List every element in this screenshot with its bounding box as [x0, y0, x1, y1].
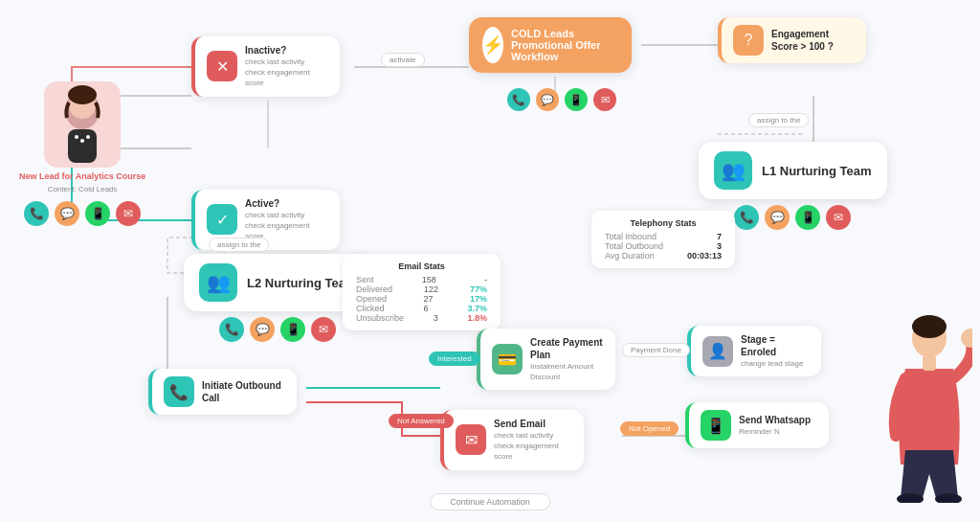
send-email-node: ✉ Send Email check last activity check e… — [440, 410, 584, 470]
active-sub1: check last activity — [245, 210, 328, 220]
call-title: Initiate Outbound Call — [202, 379, 285, 404]
lead-avatar — [44, 81, 121, 168]
continue-automation-label: Continue Automation — [430, 493, 550, 511]
active-title: Active? — [245, 197, 328, 210]
stat-opened: Opened 27 17% — [356, 294, 487, 304]
inactive-title: Inactive? — [245, 44, 328, 57]
stat-sent: Sent 158 - — [356, 275, 487, 284]
email-btn[interactable]: ✉ — [116, 201, 141, 226]
email-title: Send Email — [494, 418, 572, 430]
l1-team-icon: 👥 — [714, 151, 752, 190]
svg-point-4 — [75, 135, 78, 139]
activate-label: activate — [381, 53, 425, 67]
l2-msg[interactable]: 💬 — [250, 317, 275, 342]
inactive-icon: ✕ — [207, 51, 237, 81]
ch-phone[interactable]: 📞 — [507, 88, 530, 111]
email-sub2: check engagement score — [494, 441, 572, 462]
stat-outbound: Total Outbound 3 — [605, 241, 722, 251]
payment-sub1: Instalment Amount — [530, 361, 604, 372]
whatsapp-sub: Reminder N — [739, 426, 811, 437]
payment-sub2: Discount — [530, 372, 604, 382]
svg-rect-3 — [68, 129, 97, 163]
svg-point-8 — [912, 315, 947, 338]
l1-msg[interactable]: 💬 — [765, 205, 790, 230]
svg-point-2 — [68, 85, 97, 104]
whatsapp-btn[interactable]: 📱 — [85, 201, 110, 226]
stage-title: Stage = Enroled — [741, 333, 810, 358]
lead-card: New Lead for Analytics Course Content: C… — [19, 81, 145, 226]
l2-phone[interactable]: 📞 — [219, 317, 244, 342]
cold-workflow-title: COLD Leads Promotional Offer Workflow — [511, 28, 618, 62]
person-figure — [886, 311, 972, 503]
inactive-sub1: check last activity — [245, 57, 328, 67]
ch-msg[interactable]: 💬 — [536, 88, 559, 111]
active-icon: ✓ — [207, 204, 237, 235]
ch-email[interactable]: ✉ — [593, 88, 616, 111]
not-answered-label: Not Answered — [389, 414, 454, 428]
call-icon: 📞 — [164, 376, 194, 407]
stat-delivered: Delivered 122 77% — [356, 284, 487, 294]
engagement-title: Engagement Score > 100 ? — [771, 28, 855, 53]
payment-plan-node: 💳 Create Payment Plan Instalment Amount … — [477, 329, 615, 390]
whatsapp-title: Send Whatsapp — [739, 414, 811, 426]
stage-enroled-node: 👤 Stage = Enroled change lead stage — [687, 326, 821, 376]
email-sub1: check last activity — [494, 430, 572, 441]
stat-avgdur: Avg Duration 00:03:13 — [605, 251, 722, 261]
assign-top-label: assign to the — [748, 113, 809, 127]
l2-team-title: L2 Nurturing Team — [247, 276, 357, 290]
channel-icons: 📞 💬 📱 ✉ — [507, 88, 616, 111]
lead-sub: Content: Cold Leads — [48, 185, 118, 193]
not-opened-label: Not Opened — [620, 421, 679, 436]
inactive-node: ✕ Inactive? check last activity check en… — [191, 36, 340, 97]
l2-team-icon: 👥 — [199, 263, 237, 302]
stat-unsub: Unsubscribe 3 1.8% — [356, 313, 487, 323]
outbound-call-node: 📞 Initiate Outbound Call — [148, 369, 297, 415]
telephony-title: Telephony Stats — [605, 218, 722, 228]
payment-icon: 💳 — [492, 344, 523, 374]
telephony-stats: Telephony Stats Total Inbound 7 Total Ou… — [591, 211, 735, 268]
l1-whatsapp[interactable]: 📱 — [795, 205, 820, 230]
stat-clicked: Clicked 6 3.7% — [356, 304, 487, 313]
lead-actions: 📞 💬 📱 ✉ — [24, 201, 141, 226]
email-icon: ✉ — [456, 424, 486, 455]
l2-email[interactable]: ✉ — [311, 317, 336, 342]
l1-phone[interactable]: 📞 — [734, 205, 759, 230]
l1-team-title: L1 Nurturing Team — [762, 164, 872, 178]
inactive-sub2: check engagement score — [245, 67, 328, 88]
stage-icon: 👤 — [702, 336, 733, 367]
payment-done-label: Payment Done — [622, 343, 690, 357]
stage-sub: change lead stage — [741, 358, 810, 369]
stat-inbound: Total Inbound 7 — [605, 232, 722, 241]
cold-workflow-icon: ⚡ — [482, 27, 503, 63]
email-stats-title: Email Stats — [356, 261, 487, 271]
lead-name: New Lead for Analytics Course — [19, 171, 145, 181]
send-whatsapp-node: 📱 Send Whatsapp Reminder N — [685, 402, 829, 448]
interested-label: Interested — [429, 352, 480, 366]
svg-rect-9 — [923, 355, 936, 371]
l2-whatsapp[interactable]: 📱 — [280, 317, 305, 342]
msg-btn[interactable]: 💬 — [55, 201, 79, 226]
engagement-node: ? Engagement Score > 100 ? — [718, 17, 866, 63]
ch-whatsapp[interactable]: 📱 — [565, 88, 588, 111]
svg-point-5 — [80, 139, 84, 143]
payment-title: Create Payment Plan — [530, 336, 604, 361]
email-stats: Email Stats Sent 158 - Delivered 122 77%… — [343, 254, 501, 330]
svg-point-12 — [961, 329, 972, 348]
whatsapp-icon: 📱 — [701, 410, 731, 441]
svg-point-6 — [86, 135, 90, 139]
engagement-icon: ? — [733, 25, 764, 56]
assign-bottom-label: assign to the — [209, 238, 269, 252]
l1-email[interactable]: ✉ — [826, 205, 851, 230]
phone-btn[interactable]: 📞 — [24, 201, 49, 226]
cold-workflow-node: ⚡ COLD Leads Promotional Offer Workflow — [469, 17, 632, 73]
